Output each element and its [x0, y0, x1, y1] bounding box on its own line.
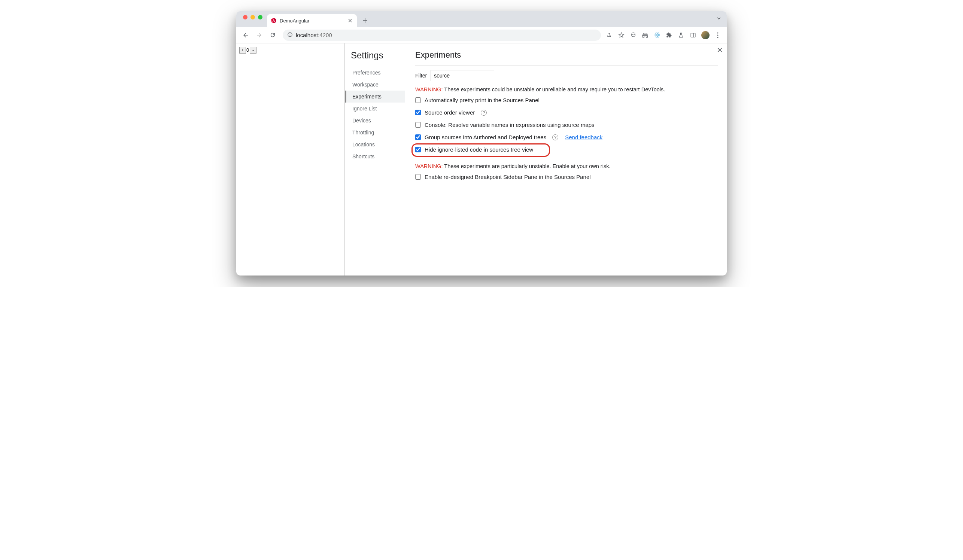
svg-point-6	[657, 34, 658, 36]
warning-particularly-unstable: WARNING: These experiments are particula…	[415, 163, 718, 169]
experiments-heading: Experiments	[415, 50, 718, 60]
extensions-puzzle-icon[interactable]	[665, 31, 673, 39]
experiment-label: Console: Resolve variable names in expre…	[425, 121, 595, 128]
settings-sidebar: Settings PreferencesWorkspaceExperiments…	[345, 44, 405, 275]
site-info-icon[interactable]	[287, 32, 293, 39]
toolbar-actions	[605, 31, 723, 39]
sidebar-item-preferences[interactable]: Preferences	[345, 66, 405, 79]
content-area: + 0 - Settings PreferencesWorkspaceExper…	[236, 44, 727, 275]
tab-strip: DemoAngular	[236, 11, 727, 27]
experiment-option: Group sources into Authored and Deployed…	[415, 134, 718, 140]
share-icon[interactable]	[605, 31, 613, 39]
experiment-option: Enable re-designed Breakpoint Sidebar Pa…	[415, 174, 718, 180]
profile-avatar[interactable]	[701, 31, 710, 39]
increment-button[interactable]: +	[239, 47, 246, 53]
bookmark-star-icon[interactable]	[618, 31, 625, 39]
svg-rect-2	[290, 34, 290, 36]
extension-react-icon[interactable]	[653, 31, 661, 39]
forward-button[interactable]	[253, 29, 265, 41]
sidebar-item-workspace[interactable]: Workspace	[345, 79, 405, 91]
window-maximize-button[interactable]	[258, 15, 263, 19]
filter-row: Filter	[415, 70, 718, 81]
experiment-checkbox[interactable]	[415, 110, 421, 115]
svg-point-11	[717, 37, 718, 38]
browser-window: DemoAngular localhost:4200	[236, 11, 727, 275]
experiment-checkbox[interactable]	[415, 122, 421, 128]
window-controls	[240, 15, 267, 23]
experiment-label: Source order viewer	[425, 109, 475, 116]
help-icon[interactable]: ?	[481, 110, 487, 116]
experiment-option: Source order viewer?	[415, 109, 718, 116]
sidebar-item-locations[interactable]: Locations	[345, 139, 405, 151]
url-text: localhost:4200	[296, 32, 332, 38]
experiment-option: Hide ignore-listed code in sources tree …	[415, 146, 718, 153]
settings-close-button[interactable]	[717, 47, 722, 54]
reload-button[interactable]	[267, 29, 278, 41]
sidebar-item-throttling[interactable]: Throttling	[345, 126, 405, 139]
counter-value: 0	[246, 47, 250, 53]
experiment-checkbox[interactable]	[415, 134, 421, 140]
send-feedback-link[interactable]: Send feedback	[565, 134, 602, 140]
filter-label: Filter	[415, 73, 427, 79]
sidebar-item-devices[interactable]: Devices	[345, 115, 405, 126]
counter-widget: + 0 -	[239, 47, 256, 53]
extension-skull-icon[interactable]	[629, 31, 637, 39]
experiment-label: Hide ignore-listed code in sources tree …	[425, 146, 533, 153]
help-icon[interactable]: ?	[552, 134, 558, 140]
experiment-label: Enable re-designed Breakpoint Sidebar Pa…	[425, 174, 591, 180]
window-close-button[interactable]	[243, 15, 248, 19]
decrement-button[interactable]: -	[250, 47, 256, 53]
tab-title: DemoAngular	[280, 18, 344, 24]
browser-toolbar: localhost:4200	[236, 27, 727, 44]
tab-close-button[interactable]	[347, 18, 353, 24]
sidebar-item-ignore-list[interactable]: Ignore List	[345, 103, 405, 115]
window-minimize-button[interactable]	[250, 15, 255, 19]
experiment-label: Group sources into Authored and Deployed…	[425, 134, 546, 140]
svg-point-1	[290, 33, 290, 34]
back-button[interactable]	[240, 29, 251, 41]
svg-point-9	[717, 32, 718, 33]
sidebar-item-experiments[interactable]: Experiments	[345, 91, 405, 103]
experiment-label: Automatically pretty print in the Source…	[425, 97, 540, 103]
experiment-option: Console: Resolve variable names in expre…	[415, 121, 718, 128]
svg-point-10	[717, 34, 718, 36]
page-viewport: + 0 -	[236, 44, 345, 275]
devtools-settings-panel: Settings PreferencesWorkspaceExperiments…	[345, 44, 727, 275]
tabs-dropdown-button[interactable]	[716, 16, 721, 23]
experiment-checkbox[interactable]	[415, 147, 421, 152]
experiment-option: Automatically pretty print in the Source…	[415, 97, 718, 103]
extension-incognito-icon[interactable]	[641, 31, 649, 39]
new-tab-button[interactable]	[360, 15, 370, 26]
experiment-checkbox[interactable]	[415, 97, 421, 103]
side-panel-icon[interactable]	[689, 31, 697, 39]
address-bar[interactable]: localhost:4200	[283, 29, 601, 41]
settings-main: Experiments Filter WARNING: These experi…	[405, 44, 727, 275]
sidebar-item-shortcuts[interactable]: Shortcuts	[345, 151, 405, 162]
angular-favicon-icon	[271, 18, 277, 24]
svg-rect-7	[691, 33, 695, 37]
browser-tab[interactable]: DemoAngular	[267, 14, 357, 27]
filter-input[interactable]	[431, 70, 494, 81]
extension-labs-icon[interactable]	[677, 31, 685, 39]
warning-unstable: WARNING: These experiments could be unst…	[415, 86, 718, 92]
settings-title: Settings	[351, 50, 405, 61]
experiment-checkbox[interactable]	[415, 174, 421, 180]
chrome-menu-icon[interactable]	[714, 31, 721, 39]
